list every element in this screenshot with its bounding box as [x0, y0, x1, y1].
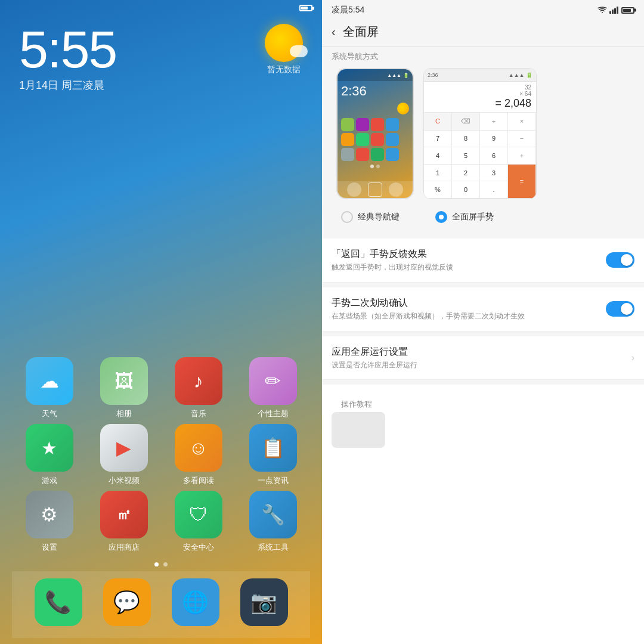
- app-news[interactable]: 📋 一点资讯: [240, 424, 306, 486]
- app-row-3: ⚙ 设置 ㎡ 应用商店 🛡 安全中心 🔧 系统工具: [12, 491, 310, 553]
- app-theme[interactable]: ✏ 个性主题: [240, 357, 306, 419]
- calc-btn-mul[interactable]: ×: [508, 113, 536, 131]
- calc-expr2: × 64: [429, 91, 531, 97]
- dock-camera[interactable]: 📷: [240, 578, 288, 626]
- radio-gesture[interactable]: 全面屏手势: [435, 211, 494, 223]
- phone-preview-inner: ▲▲▲ 🔋 2:36: [338, 69, 413, 198]
- settings-item-2-desc: 在某些场景（如全屏游戏和视频），手势需要二次划动才生效: [332, 311, 606, 321]
- divider-2: [322, 283, 644, 287]
- status-bar-right: 凌晨5:54: [322, 0, 644, 18]
- divider-4: [322, 380, 644, 385]
- settings-item-3-content: 应用全屏运行设置 设置是否允许应用全屏运行: [332, 346, 631, 370]
- calc-btn-9[interactable]: 9: [480, 131, 508, 148]
- nav-option-classic[interactable]: ▲▲▲ 🔋 2:36: [336, 68, 414, 199]
- weather-icon: [265, 24, 303, 62]
- radio-classic[interactable]: 经典导航键: [341, 211, 400, 223]
- toggle-back-gesture[interactable]: [606, 252, 634, 268]
- calc-btn-plus[interactable]: +: [508, 147, 536, 165]
- calc-btn-dot[interactable]: .: [480, 181, 508, 199]
- app-video[interactable]: ▶ 小米视频: [91, 424, 157, 486]
- app-album[interactable]: 🖼 相册: [91, 357, 157, 419]
- app-icon-news: 📋: [249, 424, 297, 472]
- calc-btn-4[interactable]: 4: [424, 147, 452, 165]
- radio-label-classic: 经典导航键: [358, 212, 400, 222]
- calc-result: = 2,048: [429, 97, 531, 110]
- app-label-appstore: 应用商店: [109, 542, 140, 553]
- calc-btn-del[interactable]: ⌫: [452, 113, 480, 131]
- settings-item-3-desc: 设置是否允许应用全屏运行: [332, 360, 631, 370]
- app-label-album: 相册: [116, 408, 132, 419]
- calc-btn-1[interactable]: 1: [424, 165, 452, 182]
- app-tools[interactable]: 🔧 系统工具: [240, 491, 306, 553]
- app-label-theme: 个性主题: [258, 408, 289, 419]
- radio-circle-classic: [341, 211, 353, 223]
- app-weather[interactable]: ☁ 天气: [17, 357, 82, 419]
- time-display: 5:55: [19, 23, 303, 76]
- settings-list: 「返回」手势反馈效果 触发返回手势时，出现对应的视觉反馈 手势二次划动确认 在某…: [322, 234, 644, 644]
- phone-preview-header: ▲▲▲ 🔋: [338, 69, 413, 81]
- app-security[interactable]: 🛡 安全中心: [166, 491, 231, 553]
- dock-browser[interactable]: 🌐: [172, 578, 219, 626]
- settings-item-double-swipe[interactable]: 手势二次划动确认 在某些场景（如全屏游戏和视频），手势需要二次划动才生效: [322, 287, 644, 332]
- app-label-settings: 设置: [42, 542, 57, 553]
- calc-btn-6[interactable]: 6: [480, 147, 508, 165]
- settings-item-1-desc: 触发返回手势时，出现对应的视觉反馈: [332, 262, 606, 273]
- settings-item-2-content: 手势二次划动确认 在某些场景（如全屏游戏和视频），手势需要二次划动才生效: [332, 297, 606, 321]
- page-dots: [12, 562, 310, 566]
- divider-1: [322, 234, 644, 239]
- status-bar-left: [0, 0, 322, 14]
- nav-section-container: 系统导航方式 ▲▲▲ 🔋 2:36: [322, 47, 644, 234]
- status-time-right: 凌晨5:54: [332, 5, 364, 16]
- calc-btn-2[interactable]: 2: [452, 165, 480, 182]
- app-appstore[interactable]: ㎡ 应用商店: [91, 491, 157, 553]
- status-icons-right: [597, 7, 634, 14]
- calc-btn-c[interactable]: C: [424, 113, 452, 131]
- settings-item-fullscreen[interactable]: 应用全屏运行设置 设置是否允许应用全屏运行 ›: [322, 336, 644, 380]
- dot-1: [154, 562, 159, 566]
- nav-section-label: 系统导航方式: [332, 51, 634, 62]
- svg-rect-1: [612, 10, 614, 14]
- app-icon-appstore: ㎡: [100, 491, 148, 538]
- app-game[interactable]: ★ 游戏: [17, 424, 82, 486]
- settings-header: ‹ 全面屏: [322, 18, 644, 47]
- app-icon-music: ♪: [175, 357, 222, 405]
- calc-btn-0[interactable]: 0: [452, 181, 480, 199]
- settings-item-1-content: 「返回」手势反馈效果 触发返回手势时，出现对应的视觉反馈: [332, 248, 606, 273]
- calc-btn-eq[interactable]: =: [508, 165, 536, 199]
- app-label-game: 游戏: [42, 475, 57, 486]
- calc-preview: 2:36 ▲▲▲ 🔋 32 × 64 = 2,048 C ⌫ ÷ × 7: [423, 68, 537, 199]
- app-row-1: ☁ 天气 🖼 相册 ♪ 音乐 ✏ 个性主题: [12, 357, 310, 419]
- calc-btn-minus[interactable]: −: [508, 131, 536, 148]
- calc-btn-7[interactable]: 7: [424, 131, 452, 148]
- calc-btn-pct[interactable]: %: [424, 181, 452, 199]
- dock-phone[interactable]: 📞: [35, 578, 82, 626]
- dock-sms[interactable]: 💬: [103, 578, 151, 626]
- app-icon-settings: ⚙: [26, 491, 73, 538]
- nav-options: ▲▲▲ 🔋 2:36: [332, 68, 634, 206]
- back-button[interactable]: ‹: [332, 25, 336, 39]
- app-settings[interactable]: ⚙ 设置: [17, 491, 82, 553]
- toggle-double-swipe[interactable]: [606, 301, 634, 317]
- calc-header: 2:36 ▲▲▲ 🔋: [424, 69, 536, 82]
- nav-option-gesture[interactable]: 2:36 ▲▲▲ 🔋 32 × 64 = 2,048 C ⌫ ÷ × 7: [423, 68, 537, 199]
- apps-section: ☁ 天气 🖼 相册 ♪ 音乐 ✏ 个性主题 ★ 游戏: [0, 95, 322, 644]
- left-panel: 5:55 1月14日 周三凌晨 暂无数据 ☁ 天气 🖼 相册 ♪ 音乐 ✏ 个性…: [0, 0, 322, 644]
- phone-preview-classic: ▲▲▲ 🔋 2:36: [336, 68, 414, 199]
- settings-item-3-title: 应用全屏运行设置: [332, 346, 631, 358]
- app-label-security: 安全中心: [183, 542, 214, 553]
- radio-options: 经典导航键 全面屏手势: [332, 206, 634, 230]
- app-read[interactable]: ☺ 多看阅读: [166, 424, 231, 486]
- calc-btn-8[interactable]: 8: [452, 131, 480, 148]
- calc-btn-5[interactable]: 5: [452, 147, 480, 165]
- calc-expr1: 32: [429, 84, 531, 91]
- settings-item-back-gesture[interactable]: 「返回」手势反馈效果 触发返回手势时，出现对应的视觉反馈: [322, 239, 644, 283]
- app-music[interactable]: ♪ 音乐: [166, 357, 231, 419]
- signal-icon: [609, 7, 619, 14]
- app-label-weather: 天气: [42, 408, 57, 419]
- app-icon-game: ★: [26, 424, 73, 472]
- calc-buttons: C ⌫ ÷ × 7 8 9 − 4 5 6 + 1 2 3: [424, 112, 536, 199]
- wifi-icon: [597, 7, 607, 14]
- calc-btn-3[interactable]: 3: [480, 165, 508, 182]
- tutorial-section: 操作教程: [322, 385, 644, 455]
- calc-btn-div[interactable]: ÷: [480, 113, 508, 131]
